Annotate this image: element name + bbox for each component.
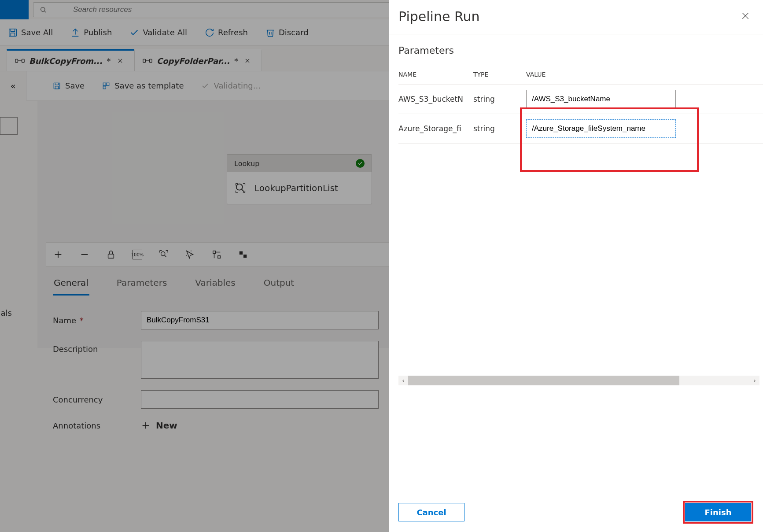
cancel-button[interactable]: Cancel <box>398 503 464 521</box>
tab-output[interactable]: Output <box>263 275 295 296</box>
refresh-label: Refresh <box>218 28 248 37</box>
parameters-table: NAME TYPE VALUE AWS_S3_bucketN string Az… <box>398 68 763 144</box>
svg-rect-5 <box>22 59 25 62</box>
align-icon[interactable] <box>238 250 248 259</box>
col-value: VALUE <box>526 68 763 85</box>
tab-general[interactable]: General <box>53 275 89 296</box>
panel-title: Pipeline Run <box>398 9 479 24</box>
tab-dirty: * <box>234 56 238 66</box>
add-icon[interactable] <box>53 250 63 259</box>
scroll-thumb[interactable] <box>408 376 679 385</box>
description-input[interactable] <box>141 341 379 379</box>
tab-copyfolder[interactable]: CopyFolderPar... * <box>134 49 262 71</box>
upload-icon <box>70 28 80 37</box>
finish-button[interactable]: Finish <box>685 503 751 521</box>
lookup-icon <box>234 182 247 194</box>
waffle-area[interactable] <box>0 0 29 19</box>
trash-icon <box>265 28 275 37</box>
validating-status: Validating... <box>201 81 260 90</box>
svg-point-20 <box>236 184 243 190</box>
close-panel-button[interactable] <box>741 11 750 22</box>
refresh-button[interactable]: Refresh <box>205 28 248 37</box>
discard-button[interactable]: Discard <box>265 28 309 37</box>
table-row: Azure_Storage_fi string <box>398 114 763 144</box>
svg-rect-29 <box>218 256 221 259</box>
auto-layout-icon[interactable] <box>212 250 221 259</box>
publish-button[interactable]: Publish <box>70 28 112 37</box>
validate-all-label: Validate All <box>143 28 187 37</box>
pipeline-icon <box>15 57 25 64</box>
designer-toolbar: 100% <box>46 242 390 267</box>
property-tabs: General Parameters Variables Output <box>53 275 295 296</box>
name-input[interactable] <box>141 311 379 329</box>
name-label: Name * <box>53 316 141 325</box>
param-type: string <box>473 85 526 114</box>
close-icon[interactable] <box>244 58 251 64</box>
svg-rect-3 <box>11 33 15 36</box>
svg-rect-2 <box>9 29 17 36</box>
close-icon[interactable] <box>117 58 123 64</box>
save-button[interactable]: Save <box>53 81 85 90</box>
svg-rect-25 <box>108 254 114 258</box>
collapse-glyph: « <box>10 81 15 91</box>
tab-dirty: * <box>107 56 111 66</box>
validating-label: Validating... <box>214 81 260 90</box>
svg-line-1 <box>44 11 46 12</box>
select-icon[interactable] <box>185 250 195 259</box>
validate-all-button[interactable]: Validate All <box>129 28 187 37</box>
svg-rect-10 <box>150 59 152 62</box>
discard-label: Discard <box>279 28 309 37</box>
svg-line-27 <box>165 255 166 257</box>
svg-line-21 <box>242 189 244 192</box>
concurrency-label: Concurrency <box>53 395 141 404</box>
save-template-button[interactable]: Save as template <box>102 81 184 90</box>
check-icon <box>129 28 139 37</box>
zoom-100-icon[interactable]: 100% <box>133 250 142 259</box>
parameters-heading: Parameters <box>398 45 763 56</box>
horizontal-scrollbar[interactable]: ‹ › <box>398 376 759 385</box>
activity-name: LookupPartitionList <box>254 183 338 193</box>
left-gutter <box>0 115 18 135</box>
template-icon <box>102 82 110 90</box>
save-template-label: Save as template <box>114 81 184 90</box>
col-name: NAME <box>398 68 473 85</box>
table-row: AWS_S3_bucketN string <box>398 85 763 114</box>
close-icon <box>741 11 750 20</box>
save-icon <box>53 82 61 90</box>
lookup-activity[interactable]: Lookup LookupPartitionList <box>227 154 372 204</box>
tab-label: BulkCopyFrom... <box>29 56 103 66</box>
activity-body: LookupPartitionList <box>227 172 372 204</box>
svg-rect-4 <box>15 59 18 62</box>
new-label: New <box>156 420 177 431</box>
tab-parameters[interactable]: Parameters <box>116 275 168 296</box>
zoom-fit-icon[interactable] <box>159 250 169 259</box>
param-value-input[interactable] <box>526 119 676 138</box>
clipped-nav-text: nals <box>0 308 12 318</box>
minus-icon[interactable] <box>80 250 89 259</box>
svg-rect-28 <box>213 251 216 254</box>
save-all-button[interactable]: Save All <box>8 28 53 37</box>
svg-rect-9 <box>143 59 146 62</box>
scroll-right-icon[interactable]: › <box>750 377 759 384</box>
svg-rect-30 <box>240 251 243 255</box>
tab-bulkcopy[interactable]: BulkCopyFrom... * <box>7 49 134 71</box>
pipeline-icon <box>143 57 152 64</box>
minimap-box[interactable] <box>0 117 18 135</box>
activity-header: Lookup <box>227 155 372 172</box>
lock-icon[interactable] <box>106 250 116 259</box>
new-annotation-button[interactable]: New <box>141 420 379 431</box>
svg-point-0 <box>41 7 45 11</box>
svg-rect-31 <box>243 255 247 258</box>
collapse-toggle[interactable]: « <box>0 71 26 100</box>
param-type: string <box>473 114 526 144</box>
annotations-label: Annotations <box>53 421 141 430</box>
scroll-left-icon[interactable]: ‹ <box>398 377 408 384</box>
panel-footer: Cancel Finish <box>389 492 763 532</box>
param-value-input[interactable] <box>526 90 676 108</box>
svg-rect-15 <box>55 86 59 89</box>
save-all-label: Save All <box>21 28 53 37</box>
refresh-icon <box>205 28 214 37</box>
plus-icon <box>141 421 151 430</box>
tab-variables[interactable]: Variables <box>194 275 236 296</box>
concurrency-input[interactable] <box>141 390 379 409</box>
